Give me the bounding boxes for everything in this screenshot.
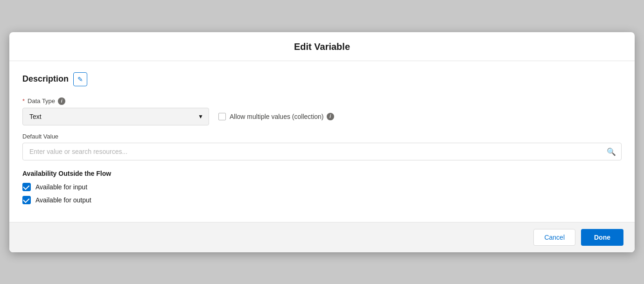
- modal-header: Edit Variable: [9, 32, 635, 61]
- collection-label: Allow multiple values (collection) i: [230, 113, 334, 120]
- default-value-input-wrapper: 🔍: [22, 143, 622, 160]
- description-label: Description: [22, 74, 69, 84]
- data-type-select-wrapper: Text Number Currency Date Date/Time Bool…: [22, 108, 209, 125]
- edit-icon: ✎: [77, 76, 83, 83]
- availability-title: Availability Outside the Flow: [22, 170, 622, 177]
- modal-backdrop: Edit Variable Description ✎ * Data Type …: [0, 0, 644, 284]
- available-for-input-row: Available for input: [22, 183, 622, 191]
- description-section: Description ✎: [22, 72, 622, 86]
- collection-info-icon[interactable]: i: [327, 113, 334, 120]
- edit-variable-modal: Edit Variable Description ✎ * Data Type …: [9, 32, 635, 252]
- data-type-input-row: Text Number Currency Date Date/Time Bool…: [22, 108, 622, 125]
- data-type-info-icon[interactable]: i: [58, 97, 65, 105]
- available-for-input-label: Available for input: [35, 183, 87, 191]
- data-type-select[interactable]: Text Number Currency Date Date/Time Bool…: [22, 108, 209, 125]
- required-star: *: [22, 97, 25, 104]
- cancel-button[interactable]: Cancel: [533, 229, 575, 246]
- edit-description-button[interactable]: ✎: [73, 72, 87, 86]
- collection-checkbox[interactable]: [218, 113, 226, 120]
- data-type-field-label: * Data Type i: [22, 97, 622, 105]
- default-value-label: Default Value: [22, 133, 622, 140]
- done-button[interactable]: Done: [581, 229, 623, 246]
- available-for-output-checkbox[interactable]: [22, 196, 31, 204]
- data-type-label: Data Type: [28, 97, 55, 104]
- available-for-output-label: Available for output: [35, 196, 91, 204]
- available-for-output-row: Available for output: [22, 196, 622, 204]
- availability-section: Availability Outside the Flow Available …: [22, 170, 622, 204]
- modal-title: Edit Variable: [21, 42, 623, 52]
- available-for-input-checkbox[interactable]: [22, 183, 31, 191]
- modal-footer: Cancel Done: [9, 222, 635, 252]
- default-value-section: Default Value 🔍: [22, 133, 622, 160]
- default-value-input[interactable]: [22, 143, 622, 160]
- data-type-row: * Data Type i Text Number Currency Date …: [22, 97, 622, 125]
- collection-checkbox-wrapper: Allow multiple values (collection) i: [218, 113, 334, 120]
- modal-body: Description ✎ * Data Type i Text Number: [9, 61, 635, 222]
